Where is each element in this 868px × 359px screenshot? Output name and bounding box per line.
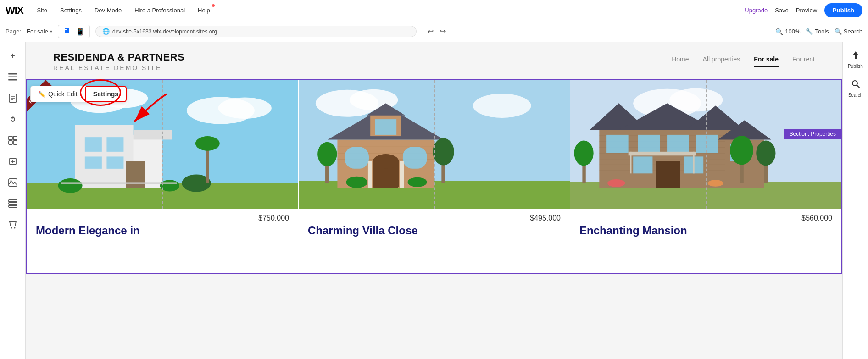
tools-label: Tools	[815, 28, 829, 35]
svg-point-100	[756, 141, 775, 166]
svg-rect-19	[9, 205, 17, 207]
sidebar-apps-icon[interactable]	[4, 131, 22, 149]
svg-point-68	[407, 177, 427, 187]
publish-up-icon	[851, 50, 860, 62]
save-button[interactable]: Save	[775, 7, 789, 14]
nav-home[interactable]: Home	[672, 55, 689, 67]
tools-button[interactable]: 🔧 Tools	[806, 28, 829, 35]
nav-hire[interactable]: Hire a Professional	[132, 5, 188, 16]
svg-point-67	[346, 177, 367, 188]
sidebar-design-icon[interactable]	[4, 110, 22, 128]
svg-point-28	[218, 97, 272, 119]
settings-label: Settings	[93, 90, 118, 98]
svg-point-20	[11, 227, 12, 229]
zoom-control[interactable]: 🔍 100%	[775, 28, 800, 35]
nav-for-sale[interactable]: For sale	[754, 55, 779, 67]
svg-rect-91	[633, 156, 652, 173]
second-bar: Page: For sale ▾ 🖥 📱 🌐 dev-site-5x1633.w…	[0, 21, 868, 42]
property-title-3: Enchanting Mansion	[579, 224, 832, 237]
search-right-button[interactable]: Search	[846, 76, 865, 102]
svg-rect-94	[629, 152, 696, 155]
nav-site[interactable]: Site	[34, 5, 50, 16]
svg-rect-62	[400, 161, 404, 188]
sidebar-media-icon[interactable]	[4, 173, 22, 192]
redo-button[interactable]: ↪	[438, 25, 448, 38]
svg-rect-17	[9, 200, 17, 202]
property-grid: New!	[27, 80, 841, 273]
dashed-divider-1	[162, 80, 163, 209]
svg-point-102	[574, 141, 593, 166]
svg-point-98	[730, 136, 753, 165]
sidebar-add-icon[interactable]: +	[4, 47, 22, 65]
left-sidebar: +	[0, 42, 26, 359]
preview-button[interactable]: Preview	[796, 7, 817, 14]
property-price-1: $750,000	[36, 214, 289, 222]
settings-button[interactable]: Settings	[85, 86, 127, 102]
search-button[interactable]: 🔍 Search	[835, 28, 862, 35]
quick-edit-label: Quick Edit	[48, 90, 78, 98]
nav-all-properties[interactable]: All properties	[703, 55, 740, 67]
brand-block: RESIDENDA & PARTNERS REAL ESTATE DEMO SI…	[53, 51, 184, 72]
svg-rect-32	[85, 137, 102, 152]
nav-for-rent[interactable]: For rent	[792, 55, 815, 67]
svg-rect-34	[85, 156, 102, 168]
search-label: Search	[844, 28, 862, 35]
page-selector[interactable]: For sale ▾	[27, 28, 52, 35]
svg-point-38	[58, 178, 83, 193]
right-sidebar: Publish Search	[842, 42, 868, 359]
svg-rect-57	[403, 147, 427, 168]
help-notification-dot	[212, 4, 215, 7]
current-page-name: For sale	[27, 28, 48, 35]
top-bar: WIX Site Settings Dev Mode Hire a Profes…	[0, 0, 868, 21]
search-right-label: Search	[848, 93, 863, 98]
property-card-2: $495,000 Charming Villa Close	[298, 80, 570, 273]
sidebar-addons-icon[interactable]	[4, 152, 22, 171]
sidebar-menu-icon[interactable]	[4, 68, 22, 86]
property-info-3: $560,000 Enchanting Mansion	[570, 209, 841, 242]
section-label: Section: Properties	[784, 129, 841, 139]
undo-button[interactable]: ↩	[426, 25, 435, 38]
publish-right-label: Publish	[848, 64, 863, 69]
sidebar-store-icon[interactable]	[4, 215, 22, 234]
svg-rect-33	[106, 137, 123, 152]
publish-button[interactable]: Publish	[824, 3, 862, 17]
quick-edit-button[interactable]: ✏️ Quick Edit	[31, 87, 85, 101]
site-header: RESIDENDA & PARTNERS REAL ESTATE DEMO SI…	[26, 42, 842, 79]
svg-rect-37	[134, 130, 172, 139]
search-icon: 🔍	[835, 28, 842, 35]
upgrade-button[interactable]: Upgrade	[745, 7, 768, 14]
svg-point-104	[708, 180, 723, 187]
undo-redo-controls: ↩ ↪	[426, 25, 448, 38]
sidebar-pages-icon[interactable]	[4, 89, 22, 107]
search-right-icon	[851, 79, 860, 91]
dashed-divider-3	[706, 80, 707, 209]
svg-point-64	[433, 138, 454, 165]
svg-rect-8	[9, 136, 12, 140]
nav-dev-mode[interactable]: Dev Mode	[92, 5, 124, 16]
property-image-3	[570, 80, 841, 209]
nav-settings[interactable]: Settings	[57, 5, 84, 16]
property-image-2	[299, 80, 570, 209]
device-switcher: 🖥 📱	[58, 25, 90, 38]
property-title-1: Modern Elegance in	[36, 224, 289, 237]
svg-rect-93	[656, 161, 680, 188]
svg-rect-11	[13, 141, 17, 144]
svg-rect-18	[9, 203, 17, 204]
canvas-area: RESIDENDA & PARTNERS REAL ESTATE DEMO SI…	[26, 42, 842, 359]
svg-rect-87	[638, 135, 660, 153]
svg-point-42	[195, 136, 220, 151]
mobile-icon[interactable]: 📱	[74, 27, 87, 36]
svg-point-66	[317, 142, 337, 166]
edit-toolbar: ✏️ Quick Edit Settings	[30, 86, 127, 102]
property-info-2: $495,000 Charming Villa Close	[299, 209, 570, 242]
svg-rect-2	[8, 79, 17, 81]
svg-rect-35	[106, 156, 123, 168]
sidebar-data-icon[interactable]	[4, 194, 22, 213]
desktop-icon[interactable]: 🖥	[61, 27, 72, 36]
nav-help[interactable]: Help	[195, 5, 213, 16]
wix-logo: WIX	[6, 5, 23, 17]
publish-right-button[interactable]: Publish	[846, 47, 865, 73]
property-card-3: $560,000 Enchanting Mansion	[570, 80, 841, 273]
svg-rect-86	[606, 135, 628, 153]
tools-icon: 🔧	[806, 28, 813, 35]
